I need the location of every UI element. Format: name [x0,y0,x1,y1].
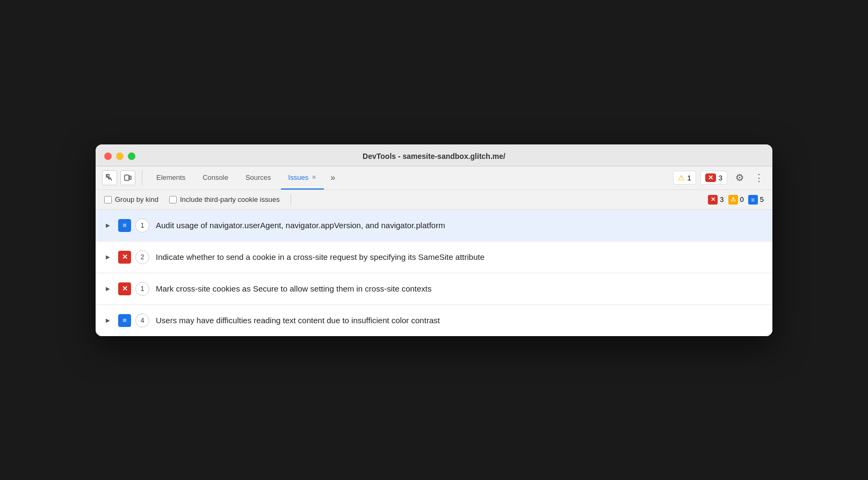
tab-console[interactable]: Console [195,166,236,190]
expand-arrow-1[interactable]: ▶ [104,222,112,229]
issue-type-icon-2: ✕ [118,251,131,264]
settings-button[interactable]: ⚙ [732,170,748,186]
issue-text-1: Audit usage of navigator.userAgent, navi… [156,220,764,231]
expand-arrow-3[interactable]: ▶ [104,285,112,293]
third-party-label: Include third-party cookie issues [180,195,280,203]
issue-type-icon-3: ✕ [118,282,131,295]
info-count-badge: ≡ 5 [748,195,764,205]
gear-icon: ⚙ [735,172,744,184]
expand-arrow-2[interactable]: ▶ [104,253,112,261]
issue-icons-1: ≡ 1 [118,219,149,232]
traffic-lights [104,152,135,160]
filter-divider [291,194,291,205]
inspect-element-button[interactable] [102,170,117,185]
warning-count-icon: ⚠ [728,195,738,205]
more-tabs-button[interactable]: » [326,173,339,183]
issue-row-3[interactable]: ▶ ✕ 1 Mark cross-site cookies as Secure … [96,273,772,305]
third-party-filter[interactable]: Include third-party cookie issues [169,195,280,203]
issue-row-4[interactable]: ▶ ≡ 4 Users may have difficulties readin… [96,305,772,336]
group-by-kind-label: Group by kind [115,195,158,203]
tab-elements[interactable]: Elements [149,166,193,190]
issue-type-icon-4: ≡ [118,314,131,327]
devtools-window: DevTools - samesite-sandbox.glitch.me/ E… [96,144,772,336]
close-button[interactable] [104,152,112,160]
issue-row-2[interactable]: ▶ ✕ 2 Indicate whether to send a cookie … [96,242,772,273]
tab-issues[interactable]: Issues ✕ [281,166,324,190]
toolbar-right: ⚠ 1 ✕ 3 ⚙ ⋮ [673,170,766,186]
group-by-kind-checkbox[interactable] [104,196,112,203]
issue-count-4: 4 [135,314,149,328]
more-options-button[interactable]: ⋮ [752,172,766,184]
group-by-kind-filter[interactable]: Group by kind [104,195,158,203]
filter-bar: Group by kind Include third-party cookie… [96,190,772,210]
error-count-value: 3 [720,195,724,203]
issues-list: ▶ ≡ 1 Audit usage of navigator.userAgent… [96,210,772,336]
expand-arrow-4[interactable]: ▶ [104,317,112,324]
more-icon: ⋮ [754,172,764,183]
warning-count: 1 [688,174,691,182]
error-count: 3 [719,174,722,182]
maximize-button[interactable] [128,152,135,160]
issue-text-3: Mark cross-site cookies as Secure to all… [156,283,764,294]
svg-rect-1 [125,175,129,180]
info-count-icon: ≡ [748,195,758,205]
svg-rect-2 [129,176,131,179]
issue-count-2: 2 [135,250,149,264]
tab-sources[interactable]: Sources [238,166,279,190]
issue-text-2: Indicate whether to send a cookie in a c… [156,251,764,263]
device-toggle-button[interactable] [120,170,135,185]
toolbar-icons [102,170,142,185]
error-count-badge: ✕ 3 [708,195,724,205]
warning-icon: ⚠ [678,173,685,182]
info-count-value: 5 [760,195,764,203]
issue-icons-2: ✕ 2 [118,250,149,264]
tab-issues-close[interactable]: ✕ [312,174,316,181]
minimize-button[interactable] [116,152,124,160]
third-party-checkbox[interactable] [169,196,177,203]
issue-icons-4: ≡ 4 [118,314,149,328]
issue-icons-3: ✕ 1 [118,282,149,296]
issue-row-1[interactable]: ▶ ≡ 1 Audit usage of navigator.userAgent… [96,210,772,242]
error-icon: ✕ [705,173,716,182]
issue-type-icon-1: ≡ [118,219,131,232]
toolbar: Elements Console Sources Issues ✕ » ⚠ 1 … [96,166,772,190]
issue-count-3: 1 [135,282,149,296]
issue-text-4: Users may have difficulties reading text… [156,315,764,326]
error-count-icon: ✕ [708,195,718,205]
warning-count-value: 0 [740,195,744,203]
window-title: DevTools - samesite-sandbox.glitch.me/ [363,152,505,161]
title-bar: DevTools - samesite-sandbox.glitch.me/ [96,144,772,166]
filter-counts: ✕ 3 ⚠ 0 ≡ 5 [708,195,764,205]
warning-badge-button[interactable]: ⚠ 1 [673,171,696,185]
warning-count-badge: ⚠ 0 [728,195,744,205]
issue-count-1: 1 [135,219,149,232]
error-badge-button[interactable]: ✕ 3 [700,171,727,185]
